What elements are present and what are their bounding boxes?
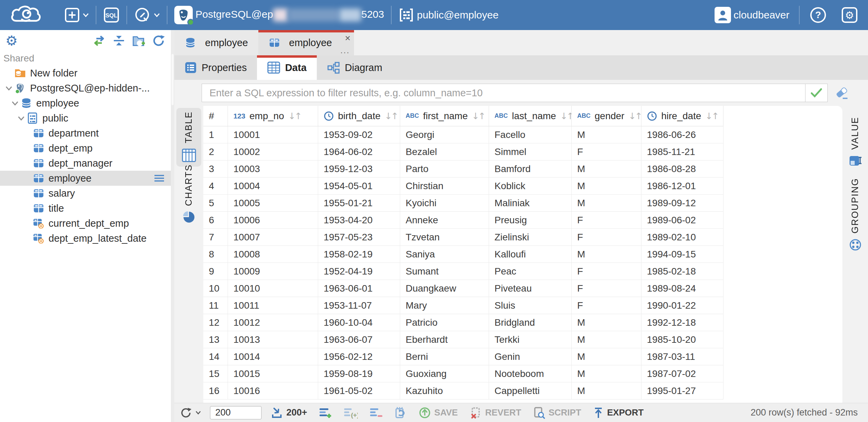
cell-first_name[interactable]: Sumant (400, 263, 489, 280)
tree-item-dept-emp[interactable]: dept_emp (0, 141, 171, 156)
sort-icon[interactable]: ↓↑ (385, 111, 398, 121)
row-number-cell[interactable]: 11 (203, 297, 228, 314)
cell-last_name[interactable]: Genin (489, 348, 572, 365)
cell-last_name[interactable]: Kalloufi (489, 246, 572, 263)
cell-hire_date[interactable]: 1989-09-12 (641, 195, 723, 212)
row-number-cell[interactable]: 15 (203, 365, 228, 382)
refresh-results-button[interactable] (180, 407, 201, 419)
cell-emp_no[interactable]: 10011 (228, 297, 318, 314)
column-header-emp_no[interactable]: 123emp_no↓↑ (228, 106, 318, 126)
tree-item-employee[interactable]: employee (0, 96, 171, 111)
cell-first_name[interactable]: Saniya (400, 246, 489, 263)
row-number-cell[interactable]: 7 (203, 229, 228, 246)
sort-icon[interactable]: ↓↑ (560, 111, 572, 121)
cell-gender[interactable]: F (572, 297, 641, 314)
cell-gender[interactable]: M (572, 348, 641, 365)
help-button[interactable]: ? (802, 0, 834, 30)
cell-last_name[interactable]: Simmel (489, 143, 572, 160)
cell-emp_no[interactable]: 10008 (228, 246, 318, 263)
tree-chevron-icon[interactable] (16, 115, 27, 121)
sidebar-splitter[interactable] (171, 30, 174, 422)
sort-icon[interactable]: ↓↑ (705, 111, 718, 121)
cell-gender[interactable]: M (572, 178, 641, 195)
cell-last_name[interactable]: Koblick (489, 178, 572, 195)
cell-birth_date[interactable]: 1955-01-21 (318, 195, 400, 212)
cell-emp_no[interactable]: 10016 (228, 382, 318, 399)
cell-birth_date[interactable]: 1959-12-03 (318, 160, 400, 178)
tree-chevron-icon[interactable] (10, 100, 21, 106)
row-number-cell[interactable]: 2 (203, 143, 228, 160)
row-number-cell[interactable]: 12 (203, 314, 228, 331)
cell-last_name[interactable]: Facello (489, 126, 572, 143)
cell-emp_no[interactable]: 10003 (228, 160, 318, 178)
cell-hire_date[interactable]: 1987-07-02 (641, 365, 723, 382)
cell-birth_date[interactable]: 1960-10-04 (318, 314, 400, 331)
sort-icon[interactable]: ↓↑ (472, 111, 485, 121)
save-button[interactable]: SAVE (419, 407, 458, 419)
sql-filter-input[interactable] (202, 84, 805, 102)
cell-emp_no[interactable]: 10015 (228, 365, 318, 382)
cell-hire_date[interactable]: 1989-02-10 (641, 229, 723, 246)
tree-item-new-folder[interactable]: New folder (0, 66, 171, 81)
row-number-cell[interactable]: 13 (203, 331, 228, 348)
row-number-cell[interactable]: 9 (203, 263, 228, 280)
fetch-size-input[interactable] (210, 406, 262, 420)
cell-hire_date[interactable]: 1986-12-01 (641, 178, 723, 195)
row-number-cell[interactable]: 4 (203, 178, 228, 195)
cell-hire_date[interactable]: 1989-08-24 (641, 280, 723, 297)
cell-first_name[interactable]: Berni (400, 348, 489, 365)
cell-emp_no[interactable]: 10012 (228, 314, 318, 331)
tree-item-title[interactable]: title (0, 201, 171, 216)
sidebar-settings-icon[interactable]: ⚙ (5, 34, 18, 47)
fetch-next-page-button[interactable]: 200+ (271, 407, 307, 419)
column-header-last_name[interactable]: ABClast_name↓↑ (489, 106, 572, 126)
cell-last_name[interactable]: Terkki (489, 331, 572, 348)
sort-icon[interactable]: ↓↑ (628, 111, 641, 121)
sort-icon[interactable]: ↓↑ (288, 111, 301, 121)
cell-gender[interactable]: F (572, 229, 641, 246)
apply-filter-button[interactable] (805, 84, 828, 102)
tab-overflow-icon[interactable]: ... (340, 46, 350, 55)
cell-first_name[interactable]: Georgi (400, 126, 489, 143)
cell-first_name[interactable]: Kyoichi (400, 195, 489, 212)
cell-emp_no[interactable]: 10001 (228, 126, 318, 143)
cell-last_name[interactable]: Bridgland (489, 314, 572, 331)
sidebar-scrollbar-thumb[interactable] (172, 54, 174, 105)
cell-last_name[interactable]: Zielinski (489, 229, 572, 246)
cell-birth_date[interactable]: 1957-05-23 (318, 229, 400, 246)
cell-emp_no[interactable]: 10004 (228, 178, 318, 195)
column-header-birth_date[interactable]: birth_date↓↑ (318, 106, 400, 126)
new-folder-icon[interactable] (132, 34, 146, 47)
cell-hire_date[interactable]: 1994-09-15 (641, 246, 723, 263)
cell-gender[interactable]: M (572, 382, 641, 399)
cell-emp_no[interactable]: 10010 (228, 280, 318, 297)
tree-item-employee[interactable]: employee (0, 171, 171, 186)
clear-filter-button[interactable] (835, 86, 849, 100)
schema-selector[interactable]: public@employee (392, 0, 505, 30)
cell-birth_date[interactable]: 1953-09-02 (318, 126, 400, 143)
row-number-cell[interactable]: 3 (203, 160, 228, 178)
rail-tab-charts[interactable]: CHARTS (174, 172, 203, 227)
cell-last_name[interactable]: Bamford (489, 160, 572, 178)
cell-hire_date[interactable]: 1995-01-27 (641, 382, 723, 399)
cell-gender[interactable]: M (572, 126, 641, 143)
cell-emp_no[interactable]: 10009 (228, 263, 318, 280)
cell-first_name[interactable]: Eberhardt (400, 331, 489, 348)
cell-birth_date[interactable]: 1958-02-19 (318, 246, 400, 263)
tree-item-department[interactable]: department (0, 126, 171, 141)
rail-tab-table[interactable]: TABLE (176, 108, 201, 167)
user-menu[interactable]: cloudbeaver (708, 0, 796, 30)
cell-last_name[interactable]: Nooteboom (489, 365, 572, 382)
apply-changes-button[interactable] (394, 407, 407, 419)
row-number-cell[interactable]: 6 (203, 212, 228, 229)
cell-birth_date[interactable]: 1961-05-02 (318, 382, 400, 399)
cell-gender[interactable]: F (572, 263, 641, 280)
cell-hire_date[interactable]: 1986-08-28 (641, 160, 723, 178)
sql-editor-button[interactable]: SQL (96, 0, 126, 30)
editor-tab-employee-table[interactable]: employee × ... (258, 30, 354, 55)
cell-birth_date[interactable]: 1964-06-02 (318, 143, 400, 160)
row-number-cell[interactable]: 16 (203, 382, 228, 399)
cell-hire_date[interactable]: 1989-06-02 (641, 212, 723, 229)
cell-hire_date[interactable]: 1990-01-22 (641, 297, 723, 314)
column-header-gender[interactable]: ABCgender↓↑ (572, 106, 641, 126)
